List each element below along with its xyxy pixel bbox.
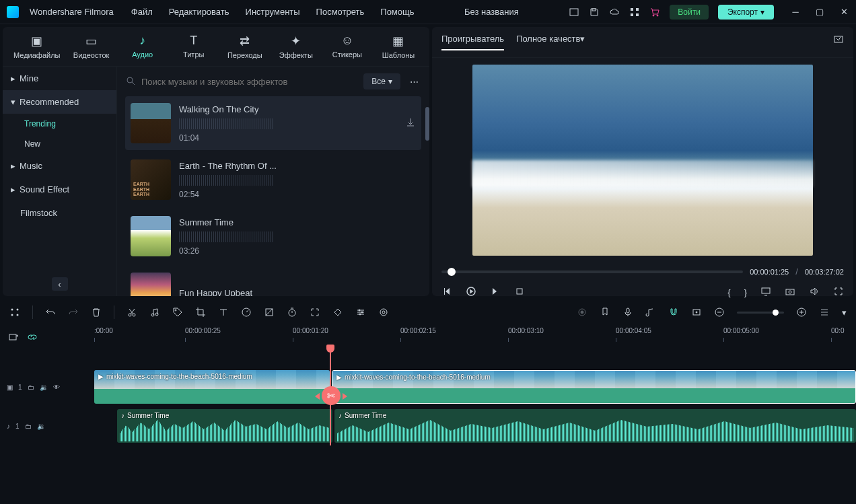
scrollbar[interactable] <box>425 107 429 141</box>
svg-point-15 <box>11 309 13 311</box>
download-icon[interactable] <box>405 117 416 130</box>
list-view-icon[interactable] <box>819 307 830 318</box>
zoom-slider[interactable] <box>737 312 784 314</box>
sidebar-item-sfx[interactable]: ▸Sound Effect <box>3 178 116 201</box>
fullscreen-icon[interactable] <box>833 286 844 299</box>
ruler-tick: 00:00:00:25 <box>185 327 221 334</box>
tab-quality[interactable]: Полное качеств▾ <box>516 34 585 50</box>
track-item[interactable]: Summer Time 03:26 <box>125 209 421 263</box>
magnet-icon[interactable] <box>668 307 679 318</box>
search-input[interactable] <box>141 77 357 87</box>
tab-media[interactable]: ▣Медиафайлы <box>13 34 60 59</box>
prev-frame-button[interactable] <box>441 286 452 299</box>
tab-audio[interactable]: ♪Аудио <box>122 34 163 59</box>
menu-help[interactable]: Помощь <box>380 7 414 17</box>
apps-grid-icon[interactable] <box>9 307 20 318</box>
menu-view[interactable]: Посмотреть <box>316 7 365 17</box>
video-track-icon: ▣ <box>7 384 13 391</box>
mark-in-icon[interactable]: { <box>727 287 730 297</box>
tab-templates[interactable]: ▦Шаблоны <box>378 34 419 59</box>
folder-icon[interactable]: 🗀 <box>25 423 32 430</box>
layout-icon[interactable] <box>569 7 579 17</box>
menu-tools[interactable]: Инструменты <box>246 7 300 17</box>
volume-icon[interactable] <box>809 286 820 299</box>
mic-icon[interactable] <box>622 307 633 318</box>
keyframe-icon[interactable] <box>332 307 343 318</box>
tab-titles[interactable]: TТитры <box>174 34 214 59</box>
menu-file[interactable]: Файл <box>131 7 153 17</box>
mark-out-icon[interactable]: } <box>744 287 747 297</box>
sidebar-collapse-button[interactable]: ‹ <box>52 277 68 291</box>
tab-player[interactable]: Проигрыватель <box>441 34 504 50</box>
timer-icon[interactable] <box>287 307 297 318</box>
sidebar-item-mine[interactable]: ▸Mine <box>3 67 116 90</box>
next-frame-button[interactable] <box>490 286 501 299</box>
lock-icon[interactable]: 🔉 <box>40 384 48 391</box>
split-marker[interactable]: ✄ <box>322 386 341 405</box>
video-clip[interactable]: ▶mixkit-waves-coming-to-the-beach-5016-m… <box>94 370 330 404</box>
undo-icon[interactable] <box>45 307 56 318</box>
music-note-icon[interactable] <box>149 307 160 318</box>
more-button[interactable]: ⋯ <box>407 74 421 89</box>
track-item[interactable]: Fun Happy Upbeat <box>125 266 421 296</box>
eye-icon[interactable]: 👁 <box>53 384 60 391</box>
save-icon[interactable] <box>589 7 600 17</box>
play-button[interactable] <box>466 286 476 299</box>
folder-icon[interactable]: 🗀 <box>28 384 34 391</box>
delete-icon[interactable] <box>91 307 102 318</box>
snapshot-icon[interactable] <box>833 34 844 50</box>
login-button[interactable]: Войти <box>670 5 709 20</box>
zoom-in-icon[interactable] <box>796 307 807 318</box>
timeline-ruler[interactable]: :00:00 00:00:00:25 00:00:01:20 00:00:02:… <box>81 326 856 349</box>
tab-effects[interactable]: ✦Эффекты <box>276 34 316 59</box>
svg-rect-40 <box>821 312 828 313</box>
filter-dropdown[interactable]: Все▾ <box>363 73 400 89</box>
audio-clip[interactable]: ♪Summer Time <box>334 409 856 443</box>
maximize-icon[interactable]: ▢ <box>814 7 825 17</box>
cloud-icon[interactable] <box>609 7 620 17</box>
adjust-icon[interactable] <box>355 307 366 318</box>
tab-transitions[interactable]: ⇄Переходы <box>225 34 265 59</box>
close-icon[interactable]: ✕ <box>839 7 849 17</box>
ai-icon[interactable] <box>378 307 389 318</box>
speed-icon[interactable] <box>241 307 252 318</box>
stop-button[interactable] <box>514 286 525 299</box>
mute-icon[interactable]: 🔉 <box>37 423 45 430</box>
video-clip[interactable]: ▶mixkit-waves-coming-to-the-beach-5016-m… <box>332 370 856 404</box>
expand-icon[interactable] <box>310 307 320 318</box>
apps-icon[interactable] <box>629 7 640 17</box>
export-button[interactable]: Экспорт▾ <box>718 5 774 20</box>
cart-icon[interactable] <box>649 7 660 17</box>
redo-icon[interactable] <box>68 307 79 318</box>
sidebar-item-recommended[interactable]: ▾Recommended <box>3 90 116 114</box>
audio-mixer-icon[interactable] <box>645 307 656 318</box>
record-icon[interactable] <box>577 307 587 318</box>
text-icon[interactable] <box>218 307 229 318</box>
track-item[interactable]: Walking On The City 01:04 <box>125 96 421 150</box>
preview-scrubber[interactable] <box>441 271 743 273</box>
menu-edit[interactable]: Редактировать <box>169 7 229 17</box>
display-icon[interactable] <box>760 286 771 299</box>
marker-icon[interactable] <box>600 307 610 318</box>
svg-point-31 <box>382 311 385 314</box>
camera-icon[interactable] <box>785 286 795 299</box>
crop-icon[interactable] <box>195 307 206 318</box>
dropdown-icon[interactable]: ▾ <box>842 308 847 318</box>
zoom-out-icon[interactable] <box>714 307 725 318</box>
cut-icon[interactable] <box>127 307 137 318</box>
tab-stickers[interactable]: ☺Стикеры <box>327 34 367 59</box>
sidebar-item-filmstock[interactable]: Filmstock <box>3 201 116 225</box>
link-icon[interactable] <box>27 332 38 343</box>
preview-video[interactable] <box>472 65 813 256</box>
tab-stock[interactable]: ▭Видеосток <box>71 34 112 59</box>
audio-clip[interactable]: ♪Summer Time <box>117 409 332 443</box>
frame-icon[interactable] <box>691 307 702 318</box>
tag-icon[interactable] <box>172 307 183 318</box>
track-item[interactable]: Earth - The Rhythm Of ... 02:54 <box>125 153 421 207</box>
color-icon[interactable] <box>264 307 275 318</box>
sidebar-item-trending[interactable]: Trending <box>3 114 116 134</box>
sidebar-item-new[interactable]: New <box>3 134 116 154</box>
track-add-icon[interactable] <box>8 332 19 343</box>
sidebar-item-music[interactable]: ▸Music <box>3 154 116 178</box>
minimize-icon[interactable]: ─ <box>790 7 801 17</box>
